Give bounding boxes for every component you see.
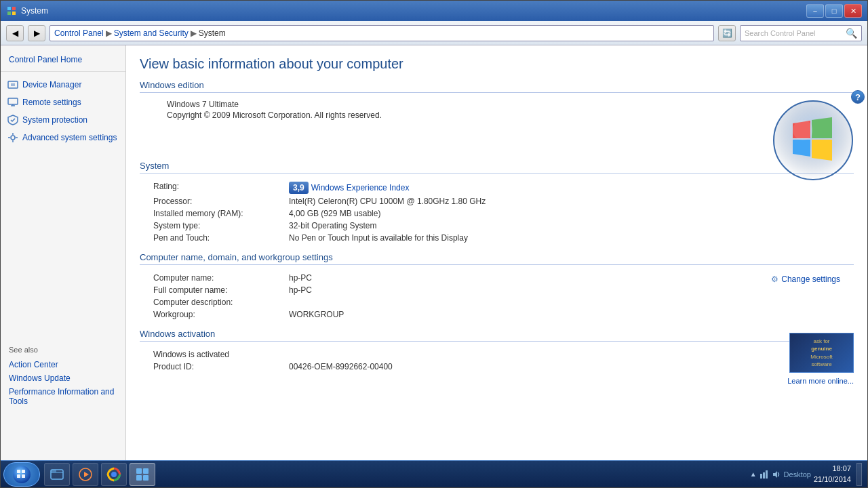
svg-rect-21 xyxy=(22,474,25,478)
system-header: System xyxy=(140,161,854,174)
start-button[interactable] xyxy=(3,462,40,487)
media-icon xyxy=(77,466,94,483)
sidebar-item-remote-settings[interactable]: Remote settings xyxy=(1,94,125,111)
memory-label: Installed memory (RAM): xyxy=(153,209,289,218)
breadcrumb-sep-2: ▶ xyxy=(191,28,197,38)
computer-name-label: Computer name: xyxy=(153,273,289,283)
processor-value: Intel(R) Celeron(R) CPU 1000M @ 1.80GHz … xyxy=(289,197,486,206)
sidebar-item-device-manager[interactable]: Device Manager xyxy=(1,76,125,94)
forward-button[interactable]: ▶ xyxy=(28,25,45,41)
rating-row: Rating: 3,9 Windows Experience Index xyxy=(140,180,854,195)
performance-link[interactable]: Performance Information and Tools xyxy=(1,385,125,408)
svg-marker-36 xyxy=(773,471,777,478)
refresh-button[interactable]: 🔄 xyxy=(718,25,736,41)
svg-marker-26 xyxy=(84,472,89,477)
date-display: 21/10/2014 xyxy=(814,474,851,485)
desktop-label: Desktop xyxy=(784,470,811,479)
maximize-button[interactable]: □ xyxy=(825,4,843,18)
system-type-row: System type: 32-bit Operating System xyxy=(140,220,854,232)
taskbar-media-btn[interactable] xyxy=(73,463,98,486)
taskbar-expand-icon[interactable]: ▲ xyxy=(750,470,757,478)
svg-point-28 xyxy=(111,472,117,477)
breadcrumb-system: System xyxy=(199,28,226,38)
taskbar-explorer-btn[interactable] xyxy=(44,463,70,486)
computer-name-section: Computer name, domain, and workgroup set… xyxy=(140,252,854,321)
activation-header: Windows activation xyxy=(140,329,854,342)
svg-rect-33 xyxy=(760,474,762,479)
titlebar-icon xyxy=(6,5,17,16)
content-area: ? View basic information about your comp… xyxy=(126,45,867,460)
svg-rect-18 xyxy=(17,470,20,473)
windows-logo xyxy=(772,100,854,181)
description-row: Computer description: xyxy=(140,296,854,308)
back-button[interactable]: ◀ xyxy=(6,25,24,41)
sidebar-item-advanced-system[interactable]: Advanced system settings xyxy=(1,129,125,146)
search-box[interactable]: Search Control Panel 🔍 xyxy=(740,25,862,41)
minimize-button[interactable]: − xyxy=(806,4,824,18)
copyright: Copyright © 2009 Microsoft Corporation. … xyxy=(140,110,854,120)
windows-update-link[interactable]: Windows Update xyxy=(1,371,125,385)
change-settings-icon: ⚙ xyxy=(771,274,778,284)
svg-rect-23 xyxy=(51,470,56,472)
address-box[interactable]: Control Panel ▶ System and Security ▶ Sy… xyxy=(50,25,714,41)
pen-touch-row: Pen and Touch: No Pen or Touch Input is … xyxy=(140,232,854,244)
page-title: View basic information about your comput… xyxy=(140,56,854,72)
titlebar-controls: − □ ✕ xyxy=(806,4,862,18)
system-protection-icon xyxy=(7,115,18,125)
breadcrumb-system-security[interactable]: System and Security xyxy=(114,28,189,38)
svg-rect-30 xyxy=(143,468,149,474)
windows-experience-index-link[interactable]: Windows Experience Index xyxy=(311,183,410,192)
breadcrumb-sep-1: ▶ xyxy=(106,28,112,38)
rating-label: Rating: xyxy=(153,182,289,194)
svg-rect-29 xyxy=(136,468,142,474)
memory-row: Installed memory (RAM): 4,00 GB (929 MB … xyxy=(140,207,854,220)
processor-label: Processor: xyxy=(153,197,289,206)
svg-rect-5 xyxy=(11,83,15,86)
svg-rect-31 xyxy=(136,475,142,481)
memory-value: 4,00 GB (929 MB usable) xyxy=(289,209,380,218)
control-panel-home-link[interactable]: Control Panel Home xyxy=(9,55,82,64)
sidebar-item-system-protection[interactable]: System protection xyxy=(1,111,125,129)
addressbar: ◀ ▶ Control Panel ▶ System and Security … xyxy=(1,21,867,45)
learn-more-link[interactable]: Learn more online... xyxy=(787,377,854,385)
taskbar-chrome-btn[interactable] xyxy=(101,463,127,486)
time-display: 18:07 xyxy=(814,464,851,474)
computer-name-row: Computer name: hp-PC xyxy=(140,272,854,284)
volume-icon xyxy=(772,470,781,479)
genuine-badge: ask forgenuineMicrosoftsoftware xyxy=(789,333,854,373)
workgroup-value: WORKGROUP xyxy=(289,310,344,319)
system-type-label: System type: xyxy=(153,221,289,230)
explorer-icon xyxy=(49,466,65,483)
sidebar: Control Panel Home Device Manager xyxy=(1,45,126,460)
sidebar-label-advanced-system: Advanced system settings xyxy=(22,133,117,142)
window: System − □ ✕ ◀ ▶ Control Panel ▶ System … xyxy=(0,0,868,488)
start-orb xyxy=(12,465,31,484)
control-panel-icon xyxy=(134,466,151,483)
svg-rect-20 xyxy=(17,474,20,478)
genuine-text: ask forgenuineMicrosoftsoftware xyxy=(810,338,832,368)
svg-rect-34 xyxy=(763,472,765,479)
computer-name-header: Computer name, domain, and workgroup set… xyxy=(140,252,854,265)
edition-name: Windows 7 Ultimate xyxy=(140,100,854,109)
activation-status: Windows is activated xyxy=(153,350,289,359)
svg-rect-32 xyxy=(143,475,149,481)
sidebar-home: Control Panel Home xyxy=(1,51,125,72)
windows-edition-header: Windows edition xyxy=(140,80,854,93)
action-center-link[interactable]: Action Center xyxy=(1,358,125,371)
taskbar-right: ▲ Desktop 18:07 21/10/2014 xyxy=(750,463,865,486)
show-desktop-button[interactable] xyxy=(856,463,862,486)
full-name-label: Full computer name: xyxy=(153,285,289,295)
taskbar-system-btn[interactable] xyxy=(130,463,155,486)
sidebar-label-device-manager: Device Manager xyxy=(22,80,81,89)
change-settings-link[interactable]: ⚙ Change settings xyxy=(771,274,840,284)
workgroup-row: Workgroup: WORKGROUP xyxy=(140,308,854,321)
search-placeholder: Search Control Panel xyxy=(745,29,816,37)
description-label: Computer description: xyxy=(153,298,289,307)
close-button[interactable]: ✕ xyxy=(844,4,862,18)
svg-point-17 xyxy=(13,466,31,483)
svg-rect-3 xyxy=(12,12,16,15)
breadcrumb-control-panel[interactable]: Control Panel xyxy=(54,28,104,38)
product-id-value: 00426-OEM-8992662-00400 xyxy=(289,362,393,371)
search-icon[interactable]: 🔍 xyxy=(846,28,857,39)
svg-rect-35 xyxy=(766,470,768,479)
